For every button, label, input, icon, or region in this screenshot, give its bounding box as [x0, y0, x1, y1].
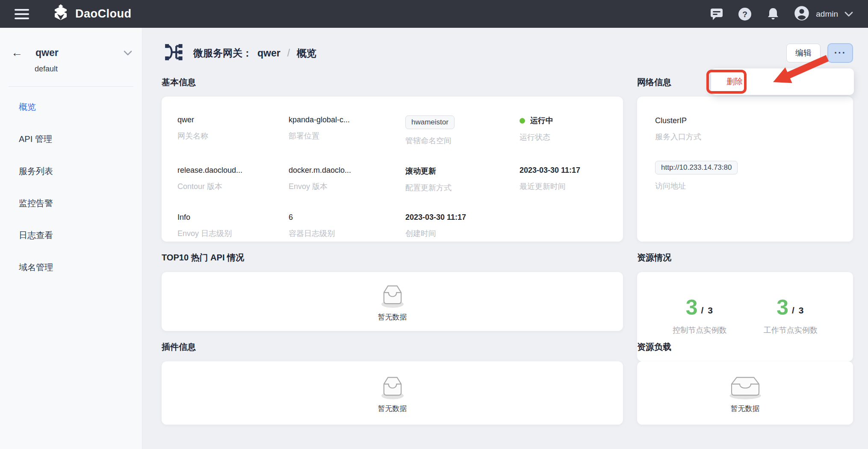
- service-entry-label: 服务入口方式: [655, 132, 836, 142]
- field-deploy-location: kpanda-global-c... 部署位置: [289, 115, 405, 149]
- field-gateway-name: qwer 网关名称: [177, 115, 289, 149]
- avatar-icon: [794, 5, 810, 23]
- field-update-strategy: 滚动更新 配置更新方式: [405, 166, 520, 196]
- status-dot-icon: [520, 118, 525, 124]
- sidebar-item-service-list[interactable]: 服务列表: [0, 155, 142, 187]
- message-icon[interactable]: [709, 6, 724, 22]
- back-arrow-icon[interactable]: ←: [11, 47, 23, 59]
- sidebar-item-log-viewer[interactable]: 日志查看: [0, 219, 142, 251]
- page-title: 微服务网关： qwer / 概览: [193, 47, 316, 60]
- plugins-heading: 插件信息: [162, 341, 623, 353]
- basic-info-card: qwer 网关名称 kpanda-global-c... 部署位置 hwamei…: [162, 97, 623, 242]
- namespace-label: default: [0, 59, 142, 74]
- empty-inbox-icon: [375, 281, 410, 310]
- network-info-card: ClusterIP 服务入口方式 http://10.233.14.73:80 …: [637, 97, 853, 242]
- control-node-total: 3: [708, 305, 714, 315]
- access-address-chip[interactable]: http://10.233.14.73:80: [655, 161, 738, 174]
- field-last-updated: 2023-03-30 11:17 最近更新时间: [520, 166, 619, 196]
- top-navbar: DaoCloud ?: [0, 0, 868, 28]
- empty-text: 暂无数据: [731, 404, 760, 414]
- field-envoy-version: docker.m.daoclo... Envoy 版本: [289, 166, 405, 196]
- resources-section: 资源情况 3 / 3 控制节点实例数 3 / 3 工作节点实例数: [637, 242, 853, 331]
- top-api-heading: TOP10 热门 API 情况: [162, 252, 623, 263]
- empty-inbox-icon: [375, 373, 410, 402]
- plugins-card: 暂无数据: [162, 361, 623, 425]
- brand-name: DaoCloud: [75, 7, 132, 21]
- daocloud-logo[interactable]: DaoCloud: [51, 4, 132, 24]
- username-label: admin: [816, 9, 838, 19]
- worker-node-stat: 3 / 3 工作节点实例数: [764, 298, 818, 335]
- resources-heading: 资源情况: [637, 252, 853, 263]
- empty-inbox-icon: [723, 373, 768, 402]
- more-actions-dropdown: 删除: [711, 68, 854, 95]
- page-header: 微服务网关： qwer / 概览 编辑 ···: [162, 41, 853, 65]
- svg-text:?: ?: [742, 10, 747, 19]
- sidebar-item-overview[interactable]: 概览: [0, 91, 142, 123]
- user-chevron-down-icon: [844, 11, 853, 17]
- empty-text: 暂无数据: [378, 404, 407, 414]
- sidebar: ← qwer default 概览 API 管理 服务列表 监控告警 日志查看 …: [0, 28, 142, 449]
- control-node-current: 3: [686, 298, 698, 317]
- breadcrumb-current: 概览: [297, 47, 316, 60]
- hamburger-menu-icon[interactable]: [15, 9, 29, 19]
- notification-bell-icon[interactable]: [765, 6, 781, 22]
- plugins-section: 插件信息 暂无数据: [162, 331, 623, 425]
- field-managed-namespace: hwameistor 管辖命名空间: [405, 115, 520, 149]
- service-entry-value: ClusterIP: [655, 116, 836, 125]
- field-envoy-log-level: Info Envoy 日志级别: [177, 213, 289, 242]
- gateway-switch-chevron-icon[interactable]: [123, 50, 133, 56]
- gateway-branch-icon: [162, 42, 185, 64]
- sidebar-item-domain-management[interactable]: 域名管理: [0, 251, 142, 284]
- top-api-section: TOP10 热门 API 情况 暂无数据: [162, 242, 623, 331]
- worker-node-current: 3: [776, 298, 788, 317]
- page-title-prefix: 微服务网关：: [193, 47, 252, 60]
- worker-node-total: 3: [799, 305, 805, 315]
- sidebar-item-monitoring-alerts[interactable]: 监控告警: [0, 187, 142, 219]
- sidebar-nav: 概览 API 管理 服务列表 监控告警 日志查看 域名管理: [0, 87, 142, 284]
- control-node-stat: 3 / 3 控制节点实例数: [673, 298, 726, 335]
- help-icon[interactable]: ?: [737, 6, 753, 22]
- sidebar-item-api-management[interactable]: API 管理: [0, 123, 142, 155]
- breadcrumb-gateway-name[interactable]: qwer: [257, 47, 280, 59]
- basic-info-section: 基本信息 qwer 网关名称 kpanda-global-c... 部署位置 h…: [162, 66, 623, 242]
- edit-button[interactable]: 编辑: [786, 44, 821, 62]
- empty-text: 暂无数据: [378, 312, 407, 322]
- breadcrumb-separator: /: [286, 47, 292, 59]
- more-actions-button[interactable]: ···: [827, 43, 853, 63]
- field-contour-version: release.daocloud... Contour 版本: [177, 166, 289, 196]
- field-created-time: 2023-03-30 11:17 创建时间: [405, 213, 520, 242]
- field-container-log-level: 6 容器日志级别: [289, 213, 405, 242]
- top-api-card: 暂无数据: [162, 272, 623, 331]
- load-card: 暂无数据: [637, 361, 853, 425]
- load-heading: 资源负载: [637, 341, 853, 353]
- daocloud-logo-icon: [51, 4, 70, 24]
- load-section: 资源负载 暂无数据: [637, 331, 853, 425]
- access-address-label: 访问地址: [655, 181, 836, 191]
- delete-menu-item[interactable]: 删除: [711, 76, 743, 87]
- namespace-chip: hwameistor: [405, 115, 455, 129]
- user-menu[interactable]: admin: [794, 5, 853, 23]
- basic-info-heading: 基本信息: [162, 77, 623, 88]
- field-run-status: 运行中 运行状态: [520, 115, 619, 149]
- gateway-name-title[interactable]: qwer: [35, 47, 59, 59]
